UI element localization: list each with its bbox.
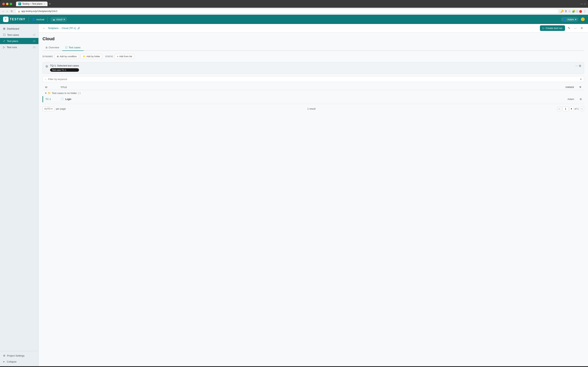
sidebar-item-dashboard[interactable]: ⊞ Dashboard [0,25,39,32]
back-button[interactable]: ← [42,26,46,30]
tab-overview-label: Overview [49,46,59,49]
extensions-icon[interactable]: 🧩 [572,10,575,13]
data-table: ID TITLE OWNER ⚙ [42,84,584,102]
query-expand-icon: ⊞ [579,64,581,67]
close-traffic-light[interactable] [2,3,5,5]
row-expand-button[interactable]: ⊞ [580,98,582,100]
tab-test-cases[interactable]: ☐ Test cases [62,44,83,51]
share-icon[interactable]: ⬆ [565,10,567,13]
page-select-chevron[interactable]: ▾ [570,107,573,111]
lock-icon: 🔒 [18,10,20,12]
close-icon: ✕ [580,26,583,30]
add-by-folder-button[interactable]: 📁 Add by folder [81,54,102,59]
page-prev-button[interactable]: ‹ [557,106,561,111]
sidebar-item-test-plans[interactable]: ✓ Test plans | 1 [0,38,39,44]
settings-icon: ⚙ [3,354,5,357]
main-layout: ⊞ Dashboard ☐ Test cases | 1 ✓ Test plan… [0,24,588,366]
folder-chevron[interactable]: ▾ [45,92,47,95]
filter-input[interactable] [48,78,579,81]
new-tab-button[interactable]: + [48,2,52,6]
address-bar[interactable]: 🔒 app.testiny.io/p/1/testplans/tp/1/tc/1 [15,9,559,14]
row-id-link[interactable]: TC-1 [45,98,51,100]
app-container: T TESTINY 👤 noctuai ☁ cloud ▾ 👤 Adam ▾ [0,15,588,366]
column-owner: OWNER [337,84,576,90]
star-icon[interactable]: ☆ [568,10,571,13]
sidebar-item-label-test-plans: Test plans [7,40,18,42]
query-left: ⚙ TQ-1: Selected test cases Test case TC… [45,64,79,72]
traffic-lights [2,3,12,5]
nav-forward-button[interactable]: › [6,9,8,13]
filter-search-icon: ⌕ [45,78,47,81]
folder-content: ▾ 📁 Test cases in no folder | 1 [45,92,582,95]
folder-count: | 1 [78,92,81,95]
folder-row: ▾ 📁 Test cases in no folder | 1 [43,90,584,96]
tab-close-button[interactable]: ✕ [44,3,45,5]
minimize-traffic-light[interactable] [6,3,8,5]
filter-options-icon[interactable]: ≡ [580,77,582,81]
tab-favicon: T [18,2,21,5]
emoji-button[interactable]: 🙂 [581,17,585,21]
row-id-cell: TC-1 [43,96,58,102]
tab-title: Testiny – Test plans [22,2,42,5]
nav-back-button[interactable]: ‹ [2,9,4,13]
header-right: 👤 Adam ▾ 🙂 [561,17,585,22]
logo-text: TESTINY [10,17,25,21]
header-workspace: 👤 noctuai [32,18,44,21]
sidebar-item-test-runs[interactable]: ▷ Test runs | 1 [0,44,39,50]
row-owner-cell: Adam [337,96,576,102]
query-more-button[interactable]: ··· [575,64,578,67]
row-title-cell: 📄 Login [58,96,337,102]
per-page-selector: AUTO ▾ per page [42,107,66,111]
window-fullscreen-btn[interactable]: □ [584,2,586,5]
window-minimize-btn[interactable]: — [580,2,583,5]
user-chevron: ▾ [575,18,576,21]
breadcrumb-separator: › [60,27,60,30]
edit-button[interactable]: ✎ [567,25,571,31]
more-options-button[interactable]: ··· [573,26,578,31]
more-icon: ··· [574,26,577,30]
project-chevron: ▾ [64,18,65,21]
window-icon[interactable]: □ [576,10,578,13]
table-header: ID TITLE OWNER ⚙ [43,84,584,90]
browser-nav: ‹ › ↻ 🔒 app.testiny.io/p/1/testplans/tp/… [0,8,588,15]
result-count: 1 result [307,107,316,110]
column-settings[interactable]: ⚙ [576,84,584,90]
page-next-button[interactable]: › [580,106,584,111]
tab-overview[interactable]: ⊞ Overview [42,44,62,51]
sidebar-items: ⊞ Dashboard ☐ Test cases | 1 ✓ Test plan… [0,24,39,351]
test-plans-icon: ✓ [3,40,5,42]
project-icon: ☁ [53,18,55,21]
doc-icon: 📄 [61,98,64,100]
logo-icon: T [3,17,8,22]
page-input-group: ▾ [563,107,573,111]
result-count-text: 1 result [307,107,316,110]
query-expand-button[interactable]: ⊞ [579,64,581,67]
create-test-run-button[interactable]: ▷ Create test run [540,25,565,31]
sidebar-item-test-cases[interactable]: ☐ Test cases | 1 [0,32,39,38]
user-menu-button[interactable]: 👤 Adam ▾ [561,17,578,22]
query-content: TQ-1: Selected test cases Test case TC-1 [50,64,79,72]
content-header: ← Testplans › Cloud (TP-1) 🔗 ▷ Create te… [39,24,588,33]
header-project-selector[interactable]: ☁ cloud ▾ [51,17,67,22]
key-icon[interactable]: 🔑 [560,10,564,13]
active-browser-tab[interactable]: T Testiny – Test plans ✕ [16,1,48,6]
project-settings-item[interactable]: ⚙ Project Settings [0,353,39,359]
per-page-select-box[interactable]: AUTO ▾ [42,107,54,111]
collapse-item[interactable]: ⇤ Collapse [0,359,39,365]
page-input[interactable] [563,107,569,111]
record-icon[interactable]: ⬤ [579,10,582,13]
breadcrumb[interactable]: Testplans › Cloud (TP-1) 🔗 [48,27,80,30]
test-plans-badge: | 1 [33,40,35,42]
table-row: TC-1 📄 Login Adam [43,96,584,102]
project-settings-label: Project Settings [7,354,24,357]
close-button[interactable]: ✕ [579,25,584,31]
nav-refresh-button[interactable]: ↻ [10,9,14,13]
add-by-condition-button[interactable]: ⊞ Add by condition [55,54,79,59]
query-tag[interactable]: Test case TC-1 [50,68,79,72]
more-nav-icon[interactable]: ⋮ [583,10,586,13]
project-name: cloud [56,18,62,21]
user-icon: 👤 [563,18,566,21]
add-from-list-button[interactable]: ≡ Add from list [115,54,134,59]
maximize-traffic-light[interactable] [10,3,12,5]
add-by-folder-label: Add by folder [87,55,100,58]
